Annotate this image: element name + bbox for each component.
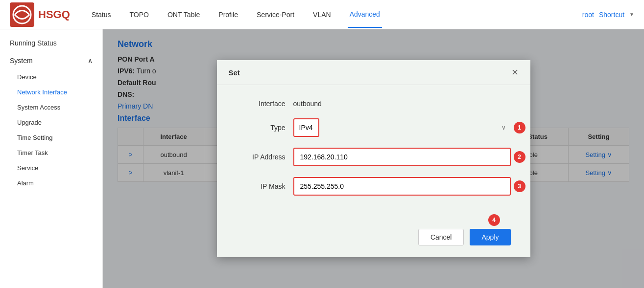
nav-topo[interactable]: TOPO	[128, 11, 151, 19]
modal-header: Set ✕	[217, 60, 530, 85]
sidebar-children-system: Device Network Interface System Access U…	[0, 69, 102, 191]
sidebar-item-service[interactable]: Service	[0, 160, 102, 176]
sidebar-item-network-interface[interactable]: Network Interface	[0, 85, 102, 100]
nav-vlan[interactable]: VLAN	[311, 11, 333, 19]
ip-mask-input[interactable]	[293, 177, 511, 196]
logo-text: HSGQ	[38, 8, 70, 21]
modal-close-button[interactable]: ✕	[511, 68, 519, 77]
sidebar-group-system-arrow-icon: ∧	[88, 57, 93, 65]
main-layout: Running Status System ∧ Device Network I…	[0, 29, 644, 288]
logo-icon	[10, 2, 34, 27]
type-select[interactable]: IPv4 IPv6	[293, 118, 319, 137]
modal-body: ForoISP Interface outbound Type IPv4 IPv…	[217, 85, 530, 221]
sidebar-item-running-status[interactable]: Running Status	[0, 34, 102, 52]
nav-ont-table[interactable]: ONT Table	[166, 11, 202, 19]
nav-profile[interactable]: Profile	[216, 11, 240, 19]
sidebar-group-system[interactable]: System ∧	[0, 52, 102, 69]
modal-label-interface: Interface	[237, 100, 286, 108]
type-select-wrapper: IPv4 IPv6 ∨	[293, 118, 511, 137]
modal-title: Set	[229, 68, 240, 77]
nav-dropdown-arrow-icon: ▼	[629, 12, 634, 17]
sidebar-item-device[interactable]: Device	[0, 69, 102, 85]
modal-field-type: Type IPv4 IPv6 ∨ 1	[237, 118, 511, 137]
sidebar-item-timer-task[interactable]: Timer Task	[0, 145, 102, 160]
modal-overlay: Set ✕ ForoISP Interface outbound Type	[103, 29, 644, 288]
nav-links: Status TOPO ONT Table Profile Service-Po…	[90, 10, 582, 19]
step-badge-2: 2	[514, 151, 525, 163]
cancel-button[interactable]: Cancel	[418, 229, 464, 245]
logo-area: HSGQ	[10, 2, 70, 27]
modal-footer: 4 Cancel Apply	[217, 221, 530, 257]
modal-field-interface: Interface outbound	[237, 100, 511, 108]
sidebar-item-alarm[interactable]: Alarm	[0, 176, 102, 191]
modal-label-ip-mask: IP Mask	[237, 182, 286, 190]
sidebar-item-system-access[interactable]: System Access	[0, 100, 102, 115]
ip-address-input[interactable]	[293, 148, 511, 166]
modal-label-ip-address: IP Address	[237, 153, 286, 161]
modal-field-ip-address: IP Address 2	[237, 148, 511, 166]
nav-user: root	[582, 11, 594, 19]
step-badge-4: 4	[488, 214, 500, 226]
nav-status[interactable]: Status	[90, 11, 113, 19]
sidebar-group-system-label: System	[10, 57, 33, 65]
step-badge-3: 3	[514, 180, 525, 192]
modal-dialog: Set ✕ ForoISP Interface outbound Type	[217, 60, 530, 257]
step-badge-1: 1	[514, 122, 525, 133]
apply-button[interactable]: Apply	[470, 229, 510, 245]
select-arrow-icon: ∨	[501, 124, 506, 131]
sidebar: Running Status System ∧ Device Network I…	[0, 29, 103, 288]
nav-shortcut[interactable]: Shortcut	[599, 11, 624, 19]
modal-interface-value: outbound	[293, 100, 322, 108]
content-area: Network PON Port A IPV6: Turn o Default …	[103, 29, 644, 288]
sidebar-item-upgrade[interactable]: Upgrade	[0, 115, 102, 130]
topnav: HSGQ Status TOPO ONT Table Profile Servi…	[0, 0, 644, 29]
modal-field-ip-mask: IP Mask 3	[237, 177, 511, 196]
nav-service-port[interactable]: Service-Port	[255, 11, 296, 19]
modal-label-type: Type	[237, 124, 286, 132]
sidebar-item-time-setting[interactable]: Time Setting	[0, 130, 102, 145]
nav-right: root Shortcut ▼	[582, 11, 634, 19]
nav-advanced[interactable]: Advanced	[348, 10, 382, 28]
